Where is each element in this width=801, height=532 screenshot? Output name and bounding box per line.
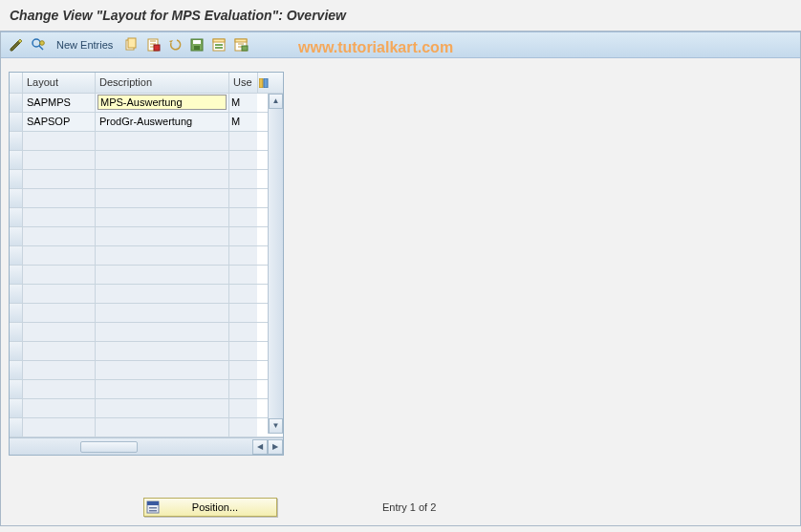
row-selector-header[interactable]: [10, 73, 23, 93]
cell-description[interactable]: [96, 285, 229, 303]
scroll-left-icon[interactable]: ◀: [252, 439, 268, 455]
vertical-scrollbar[interactable]: ▲ ▼: [268, 94, 283, 434]
cell-use[interactable]: [229, 361, 257, 379]
cell-use[interactable]: [229, 323, 257, 341]
cell-use[interactable]: [229, 418, 257, 436]
cell-use[interactable]: [229, 151, 257, 169]
cell-use[interactable]: [229, 189, 257, 207]
scroll-right-icon[interactable]: ▶: [268, 439, 283, 455]
position-button[interactable]: Position...: [143, 498, 277, 517]
cell-layout[interactable]: [23, 132, 96, 150]
other-view-icon[interactable]: [29, 35, 48, 54]
row-selector[interactable]: [10, 246, 23, 265]
cell-description[interactable]: [96, 323, 229, 341]
row-selector[interactable]: [10, 132, 23, 150]
table-row-empty[interactable]: [10, 323, 283, 342]
cell-description[interactable]: [96, 304, 229, 322]
cell-use[interactable]: [229, 227, 257, 245]
cell-layout[interactable]: [23, 361, 96, 379]
cell-description[interactable]: [96, 342, 229, 360]
row-selector[interactable]: [10, 208, 23, 226]
hscroll-track[interactable]: [10, 441, 252, 453]
cell-use[interactable]: [229, 304, 257, 322]
row-selector[interactable]: [10, 285, 23, 303]
cell-description[interactable]: [96, 151, 229, 169]
cell-use[interactable]: [229, 285, 257, 303]
table-row-empty[interactable]: [10, 304, 283, 323]
column-header-use[interactable]: Use: [229, 73, 257, 93]
cell-layout[interactable]: SAPMPS: [23, 94, 96, 112]
table-row[interactable]: SAPSOPProdGr-AuswertungM: [10, 113, 283, 132]
cell-description[interactable]: [96, 418, 229, 436]
row-selector[interactable]: [10, 266, 23, 284]
copy-icon[interactable]: [121, 35, 141, 54]
row-selector[interactable]: [10, 113, 23, 131]
cell-use[interactable]: [229, 132, 257, 150]
cell-description[interactable]: [96, 399, 229, 417]
cell-layout[interactable]: [23, 399, 96, 417]
undo-icon[interactable]: [165, 35, 184, 54]
cell-use[interactable]: M: [229, 113, 257, 131]
table-row-empty[interactable]: [10, 361, 283, 380]
row-selector[interactable]: [10, 227, 23, 245]
cell-layout[interactable]: [23, 323, 96, 341]
table-row-empty[interactable]: [10, 227, 283, 246]
cell-layout[interactable]: [23, 170, 96, 188]
display-change-toggle-icon[interactable]: [7, 35, 26, 54]
cell-layout[interactable]: [23, 418, 96, 436]
select-all-icon[interactable]: [209, 35, 228, 54]
cell-description[interactable]: [96, 227, 229, 245]
row-selector[interactable]: [10, 418, 23, 436]
cell-layout[interactable]: [23, 304, 96, 322]
cell-description[interactable]: [96, 208, 229, 226]
hscroll-thumb[interactable]: [80, 441, 138, 453]
table-row-empty[interactable]: [10, 418, 283, 437]
table-row-empty[interactable]: [10, 342, 283, 361]
cell-layout[interactable]: [23, 151, 96, 169]
cell-layout[interactable]: [23, 227, 96, 245]
table-row-empty[interactable]: [10, 208, 283, 227]
row-selector[interactable]: [10, 361, 23, 379]
cell-layout[interactable]: [23, 342, 96, 360]
delete-icon[interactable]: [143, 35, 162, 54]
cell-layout[interactable]: [23, 208, 96, 226]
row-selector[interactable]: [10, 380, 23, 398]
cell-description[interactable]: MPS-Auswertung: [96, 94, 229, 112]
cell-use[interactable]: M: [229, 94, 257, 112]
cell-layout[interactable]: [23, 246, 96, 265]
new-entries-button[interactable]: New Entries: [51, 37, 119, 53]
table-row-empty[interactable]: [10, 151, 283, 170]
configure-columns-icon[interactable]: [257, 73, 270, 93]
cell-description[interactable]: [96, 361, 229, 379]
cell-description[interactable]: [96, 189, 229, 207]
table-row-empty[interactable]: [10, 380, 283, 399]
cell-use[interactable]: [229, 266, 257, 284]
scroll-down-icon[interactable]: ▼: [269, 418, 283, 434]
row-selector[interactable]: [10, 342, 23, 360]
cell-description[interactable]: [96, 132, 229, 150]
row-selector[interactable]: [10, 323, 23, 341]
row-selector[interactable]: [10, 151, 23, 169]
horizontal-scrollbar[interactable]: ◀ ▶: [10, 437, 283, 455]
row-selector[interactable]: [10, 189, 23, 207]
row-selector[interactable]: [10, 304, 23, 322]
cell-use[interactable]: [229, 380, 257, 398]
cell-layout[interactable]: [23, 189, 96, 207]
cell-description[interactable]: ProdGr-Auswertung: [96, 113, 229, 131]
cell-layout[interactable]: SAPSOP: [23, 113, 96, 131]
row-selector[interactable]: [10, 170, 23, 188]
cell-use[interactable]: [229, 170, 257, 188]
table-row-empty[interactable]: [10, 399, 283, 418]
cell-use[interactable]: [229, 208, 257, 226]
cell-layout[interactable]: [23, 285, 96, 303]
column-header-description[interactable]: Description: [96, 73, 229, 93]
table-row-empty[interactable]: [10, 132, 283, 151]
cell-layout[interactable]: [23, 380, 96, 398]
column-header-layout[interactable]: Layout: [23, 73, 96, 93]
table-row-empty[interactable]: [10, 285, 283, 304]
description-input[interactable]: MPS-Auswertung: [97, 95, 227, 110]
row-selector[interactable]: [10, 94, 23, 112]
table-row-empty[interactable]: [10, 266, 283, 285]
table-row-empty[interactable]: [10, 189, 283, 208]
cell-description[interactable]: [96, 266, 229, 284]
